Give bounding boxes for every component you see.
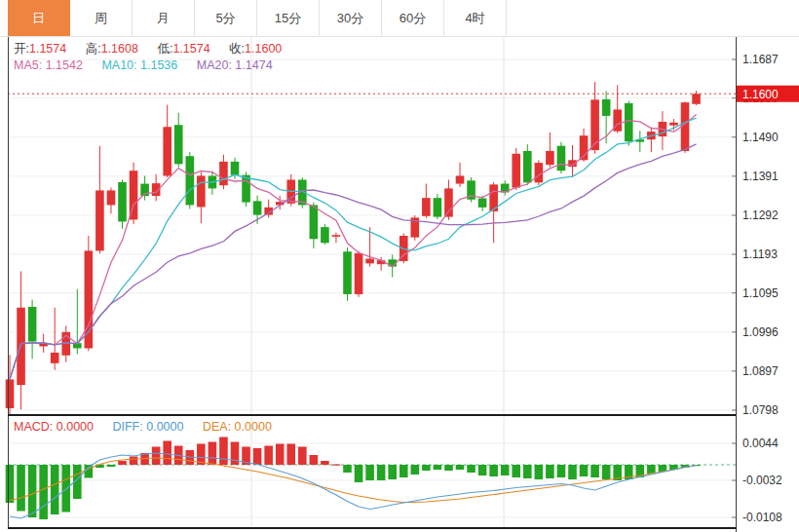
macd-bar — [209, 442, 217, 466]
y-tick-label: 1.1193 — [742, 247, 778, 261]
candle-body — [355, 253, 363, 294]
macd-bar — [467, 465, 476, 473]
candle-body — [310, 205, 319, 239]
candle-body — [219, 162, 228, 185]
macd-bar — [602, 465, 611, 479]
macd-bar — [51, 465, 59, 514]
low-value: 1.1574 — [172, 42, 209, 56]
candle-body — [365, 258, 374, 263]
ma20-value: 1.1474 — [235, 58, 272, 72]
macd-label: MACD: — [14, 420, 53, 434]
candle-body — [174, 125, 183, 164]
dea-label: DEA: — [203, 420, 231, 434]
macd-bar — [298, 447, 307, 466]
macd-bar — [512, 465, 520, 477]
macd-legend: MACD: 0.0000 DIFF: 0.0000 DEA: 0.0000 — [14, 420, 287, 434]
candle-body — [557, 146, 566, 171]
y-tick-label: 1.0897 — [742, 364, 779, 378]
candle-body — [163, 127, 171, 175]
ma10-group: MA10: 1.1536 — [101, 58, 177, 72]
candle-body — [332, 235, 341, 237]
candle-body — [535, 163, 544, 182]
price-tag-label: 1.1600 — [742, 88, 779, 101]
macd-bar — [107, 465, 116, 467]
y-tick-label: 1.0798 — [742, 403, 779, 417]
open-group: 开:1.1574 — [14, 42, 66, 56]
macd-bar — [365, 465, 374, 480]
candle-body — [186, 156, 195, 205]
macd-bar — [422, 465, 431, 471]
candle-body — [692, 94, 701, 104]
candle-body — [85, 250, 94, 348]
candle-body — [51, 353, 59, 363]
ma5-group: MA5: 1.1542 — [14, 58, 83, 72]
macd-bar — [434, 465, 442, 470]
diff-value: 0.0000 — [146, 420, 183, 434]
candle-body — [523, 151, 532, 182]
macd-bar — [523, 465, 532, 478]
ma20-label: MA20: — [197, 58, 232, 72]
candle-body — [434, 198, 442, 216]
candle-body — [456, 175, 465, 183]
ma20-group: MA20: 1.1474 — [197, 58, 273, 72]
ma5-value: 1.1542 — [46, 58, 83, 72]
macd-bar — [355, 465, 363, 482]
macd-bar — [152, 447, 161, 466]
candle-body — [625, 103, 633, 141]
candle-body — [118, 182, 127, 221]
candle-body — [478, 199, 487, 208]
candle-body — [17, 308, 25, 385]
candle-body — [242, 175, 250, 203]
candle-body — [197, 175, 206, 207]
macd-bar — [219, 437, 228, 466]
ma20-line — [10, 144, 697, 380]
diff-label: DIFF: — [112, 420, 142, 434]
macd-bar — [590, 465, 599, 477]
candle-body — [590, 99, 599, 150]
candle-body — [231, 162, 240, 175]
macd-bar — [557, 465, 566, 477]
macd-bar — [343, 465, 352, 473]
macd-bar — [163, 441, 171, 466]
trading-chart-window: { "toolbar": { "tabs": [ {"name": "day",… — [0, 0, 799, 532]
candle-body — [107, 190, 116, 205]
candle-body — [669, 123, 678, 126]
macd-bar — [501, 465, 510, 475]
macd-value: 0.0000 — [57, 420, 94, 434]
candle-body — [253, 201, 262, 214]
macd-bar — [444, 465, 453, 471]
close-label: 收: — [229, 42, 245, 56]
macd-bar — [535, 465, 544, 479]
macd-bar — [478, 465, 487, 475]
y-tick-label: 0.0044 — [742, 437, 779, 450]
candle-body — [28, 307, 37, 342]
candle-body — [444, 188, 453, 216]
macd-group: MACD: 0.0000 — [14, 420, 94, 434]
candle-body — [422, 198, 431, 216]
chart-canvas[interactable]: 1.16871.15891.14901.13911.12921.11931.10… — [0, 0, 799, 532]
close-group: 收:1.1600 — [229, 42, 282, 56]
macd-bar — [411, 465, 420, 475]
macd-bar — [377, 465, 386, 480]
macd-bar — [17, 465, 25, 512]
candle-body — [95, 190, 104, 250]
high-group: 高:1.1608 — [86, 42, 138, 56]
ma10-label: MA10: — [101, 58, 136, 72]
open-value: 1.1574 — [29, 42, 66, 56]
macd-bar — [647, 465, 656, 474]
ohlc-legend: 开:1.1574 高:1.1608 低:1.1574 收:1.1600 — [14, 41, 297, 57]
macd-bar — [332, 465, 341, 466]
ma5-label: MA5: — [14, 58, 42, 72]
macd-bar — [6, 465, 15, 503]
close-value: 1.1600 — [245, 42, 282, 56]
macd-bar — [568, 465, 577, 479]
high-label: 高: — [86, 42, 101, 56]
y-tick-label: 1.0996 — [742, 325, 779, 339]
y-tick-label: -0.0032 — [742, 474, 782, 487]
macd-bar — [286, 444, 295, 466]
macd-bar — [489, 465, 498, 476]
diff-group: DIFF: 0.0000 — [112, 420, 183, 434]
dea-group: DEA: 0.0000 — [203, 420, 272, 434]
macd-bar — [388, 465, 397, 479]
candle-body — [321, 227, 329, 243]
